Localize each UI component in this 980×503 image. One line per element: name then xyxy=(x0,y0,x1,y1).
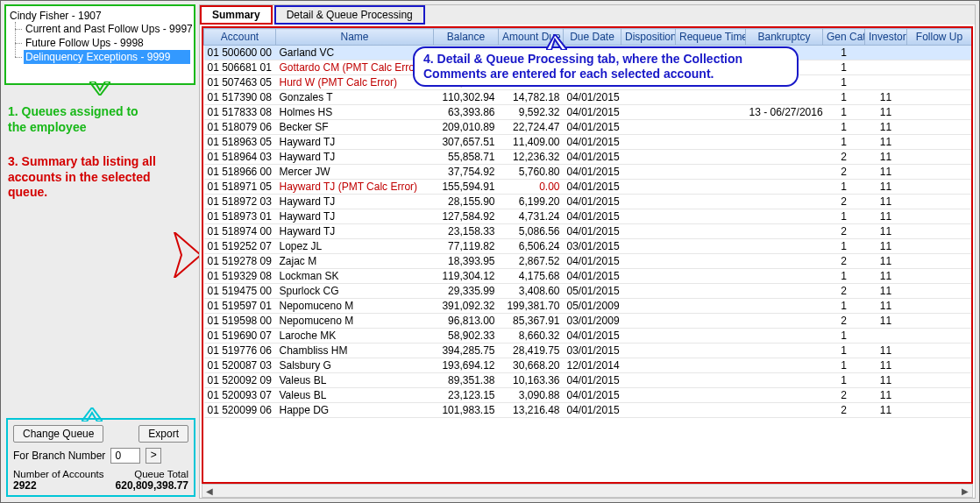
table-row[interactable]: 01 517390 08Gonzales T110,302.9414,782.1… xyxy=(204,90,972,105)
column-header[interactable]: Requeue Time xyxy=(676,29,746,46)
cell-name: Nepomuceno M xyxy=(276,299,434,314)
branch-next-button[interactable]: > xyxy=(146,448,161,464)
annotation-summary: 3. Summary tab listing all accounts in t… xyxy=(8,154,166,201)
branch-number-input[interactable] xyxy=(110,448,140,464)
cell-name: Holmes HS xyxy=(276,105,434,120)
annotation-detail-tab: 4. Detail & Queue Processing tab, where … xyxy=(413,46,799,87)
table-row[interactable]: 01 518974 00Hayward TJ23,158.335,086.560… xyxy=(204,224,972,239)
column-header[interactable]: Gen Cat xyxy=(823,29,865,46)
table-row[interactable]: 01 518964 03Hayward TJ55,858.7112,236.32… xyxy=(204,150,972,165)
tab-summary[interactable]: Summary xyxy=(200,5,273,25)
cell-name: Gonzales T xyxy=(276,90,434,105)
table-row[interactable]: 01 519776 06Chambliss HM394,285.7528,419… xyxy=(204,344,972,358)
cell-name: Mercer JW xyxy=(276,165,434,180)
cell-name: Zajac M xyxy=(276,254,434,269)
queue-total-label: Queue Total xyxy=(134,469,188,479)
tree-root[interactable]: Cindy Fisher - 1907 xyxy=(10,10,190,22)
cell-name: Hayward TJ xyxy=(276,209,434,224)
cell-name: Hayward TJ (PMT Calc Error) xyxy=(276,180,434,195)
cell-name: Lopez JL xyxy=(276,239,434,254)
arrow-icon xyxy=(171,232,202,278)
annotation-detail-text: 4. Detail & Queue Processing tab, where … xyxy=(423,52,742,81)
table-row[interactable]: 01 518971 05Hayward TJ (PMT Calc Error)1… xyxy=(204,180,972,195)
cell-name: Valeus BL xyxy=(276,373,434,388)
cell-name: Lockman SK xyxy=(276,269,434,284)
table-row[interactable]: 01 520099 06Happe DG101,983.1513,216.480… xyxy=(204,403,972,418)
column-header[interactable]: Bankruptcy xyxy=(746,29,823,46)
cell-name: Spurlock CG xyxy=(276,284,434,299)
cell-name: Hayward TJ xyxy=(276,224,434,239)
tab-detail[interactable]: Detail & Queue Processing xyxy=(274,5,425,25)
export-button[interactable]: Export xyxy=(138,425,188,443)
num-accounts-label: Number of Accounts xyxy=(13,469,104,479)
table-row[interactable]: 01 518972 03Hayward TJ28,155.906,199.200… xyxy=(204,195,972,209)
table-row[interactable]: 01 519598 00Nepomuceno M96,813.0085,367.… xyxy=(204,314,972,329)
queue-selection-panel: Change Queue Export For Branch Number > … xyxy=(6,418,195,497)
table-row[interactable]: 01 519252 07Lopez JL77,119.826,506.2403/… xyxy=(204,239,972,254)
column-header[interactable]: Account xyxy=(204,29,276,46)
queue-tree: Cindy Fisher - 1907 Current and Past Fol… xyxy=(4,4,195,85)
cell-name: Hayward TJ xyxy=(276,195,434,209)
tab-strip: Summary Detail & Queue Processing xyxy=(200,5,975,25)
table-row[interactable]: 01 519690 07Laroche MK58,902.338,660.320… xyxy=(204,329,972,344)
callout-tail-icon xyxy=(82,407,103,422)
table-row[interactable]: 01 520093 07Valeus BL23,123.153,090.8804… xyxy=(204,388,972,403)
cell-name: Laroche MK xyxy=(276,329,434,344)
cell-name: Salsbury G xyxy=(276,358,434,373)
cell-name: Chambliss HM xyxy=(276,344,434,358)
cell-name: Nepomuceno M xyxy=(276,314,434,329)
cell-name: Hayward TJ xyxy=(276,150,434,165)
queue-total-value: 620,809,398.77 xyxy=(116,479,188,492)
column-header[interactable]: Due Date xyxy=(564,29,621,46)
tree-item[interactable]: Current and Past Follow Ups - 9997 xyxy=(24,22,190,36)
table-row[interactable]: 01 518966 00Mercer JW37,754.925,760.8004… xyxy=(204,165,972,180)
tree-item[interactable]: Future Follow Ups - 9998 xyxy=(24,36,190,50)
tree-item[interactable]: Delinquency Exceptions - 9999 xyxy=(24,50,190,64)
scroll-right-icon[interactable]: ▶ xyxy=(958,486,972,496)
column-header[interactable]: Follow Up xyxy=(907,29,972,46)
num-accounts-value: 2922 xyxy=(13,479,37,492)
table-row[interactable]: 01 517833 08Holmes HS63,393.869,592.3204… xyxy=(204,105,972,120)
column-header[interactable]: Balance xyxy=(434,29,499,46)
cell-name: Becker SF xyxy=(276,120,434,135)
table-row[interactable]: 01 519329 08Lockman SK119,304.124,175.68… xyxy=(204,269,972,284)
table-row[interactable]: 01 518973 01Hayward TJ127,584.924,731.24… xyxy=(204,209,972,224)
table-row[interactable]: 01 520087 03Salsbury G193,694.1230,668.2… xyxy=(204,358,972,373)
column-header[interactable]: Disposition xyxy=(621,29,676,46)
cell-name: Gottardo CM (PMT Calc Error) xyxy=(276,60,434,75)
change-queue-button[interactable]: Change Queue xyxy=(13,425,103,443)
branch-number-label: For Branch Number xyxy=(13,450,105,462)
cell-name: Garland VC xyxy=(276,46,434,60)
table-row[interactable]: 01 518963 05Hayward TJ307,657.5111,409.0… xyxy=(204,135,972,150)
scroll-left-icon[interactable]: ◀ xyxy=(202,486,217,496)
cell-name: Happe DG xyxy=(276,403,434,418)
table-row[interactable]: 01 519597 01Nepomuceno M391,092.32199,38… xyxy=(204,299,972,314)
cell-name: Hayward TJ xyxy=(276,135,434,150)
table-row[interactable]: 01 520092 09Valeus BL89,351.3810,163.360… xyxy=(204,373,972,388)
callout-tail-icon xyxy=(546,34,567,50)
column-header[interactable]: Investor xyxy=(865,29,907,46)
annotation-queues: 1. Queues assigned to the employee xyxy=(8,104,148,135)
table-row[interactable]: 01 518079 06Becker SF209,010.8922,724.47… xyxy=(204,120,972,135)
table-row[interactable]: 01 519475 00Spurlock CG29,335.993,408.60… xyxy=(204,284,972,299)
column-header[interactable]: Name xyxy=(276,29,434,46)
callout-tail-icon xyxy=(89,81,110,96)
horizontal-scrollbar[interactable]: ◀ ▶ xyxy=(202,484,973,498)
table-row[interactable]: 01 519278 09Zajac M18,393.952,867.5204/0… xyxy=(204,254,972,269)
cell-name: Hurd W (PMT Calc Error) xyxy=(276,75,434,90)
accounts-grid: AccountNameBalanceAmount DueDue DateDisp… xyxy=(202,26,973,484)
cell-name: Valeus BL xyxy=(276,388,434,403)
